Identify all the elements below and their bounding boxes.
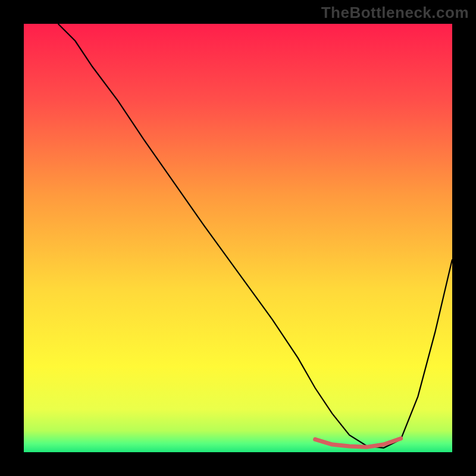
watermark-text: TheBottleneck.com (321, 4, 469, 22)
plot-area (24, 24, 452, 452)
chart-frame: TheBottleneck.com (0, 0, 476, 476)
curve-layer (24, 24, 452, 452)
bottleneck-curve (58, 24, 452, 448)
